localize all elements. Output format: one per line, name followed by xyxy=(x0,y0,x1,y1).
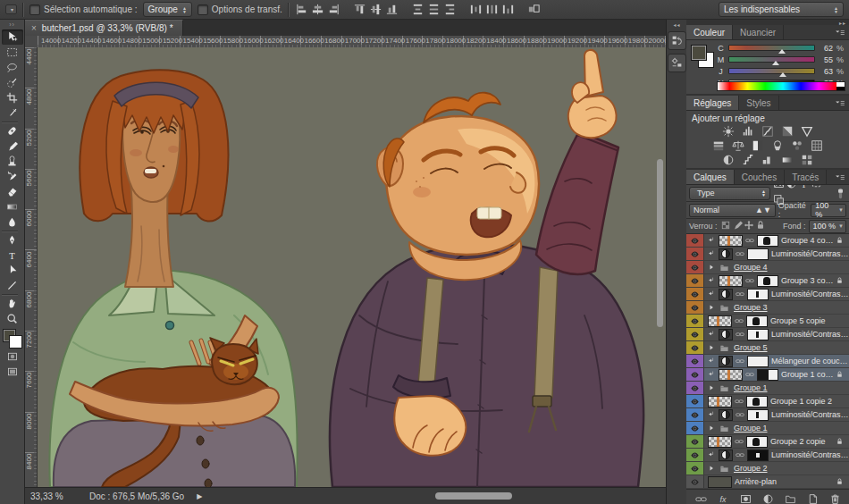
panel-menu-icon[interactable] xyxy=(833,172,847,182)
layer-name[interactable]: Groupe 2 xyxy=(734,464,768,473)
auto-select-target-dropdown[interactable]: Groupe ▲▼ xyxy=(143,2,192,17)
distribute-bottom-edges-icon[interactable] xyxy=(443,3,457,16)
crop-tool[interactable] xyxy=(2,90,23,105)
exposure-icon[interactable] xyxy=(781,125,794,139)
quick-selection-tool[interactable] xyxy=(2,75,23,90)
color-spectrum-ramp[interactable] xyxy=(717,81,845,91)
distribute-horizontal-centers-icon[interactable] xyxy=(485,3,499,16)
align-bottom-edges-icon[interactable] xyxy=(385,3,399,16)
layer-name[interactable]: Luminosité/Contraste 1 xyxy=(771,249,849,258)
layer-row[interactable]: Luminosité/Contraste 1 copie 4 xyxy=(686,449,849,462)
expand-triangle-icon[interactable] xyxy=(708,304,715,311)
layer-name[interactable]: Groupe 5 copie xyxy=(770,316,826,325)
visibility-eye-icon[interactable] xyxy=(686,248,704,260)
delete-layer-icon[interactable] xyxy=(828,492,842,504)
channel-slider[interactable] xyxy=(728,45,815,51)
layer-row[interactable]: Luminosité/Contraste 1 copie 5 xyxy=(686,408,849,422)
tab-couches[interactable]: Couches xyxy=(735,170,785,184)
tool-preset-picker[interactable]: ▾ xyxy=(5,4,17,14)
visibility-eye-icon[interactable] xyxy=(686,475,704,488)
new-layer-icon[interactable] xyxy=(805,492,820,504)
status-menu-arrow-icon[interactable]: ▶ xyxy=(197,492,202,500)
lock-all-icon[interactable] xyxy=(755,220,767,231)
layer-name[interactable]: Groupe 5 xyxy=(734,343,768,352)
mask-thumbnail[interactable] xyxy=(757,275,778,287)
layer-group-row[interactable]: Groupe 3 xyxy=(686,301,849,315)
layer-name[interactable]: Groupe 2 copie xyxy=(770,437,826,446)
type-tool[interactable]: T xyxy=(2,248,23,263)
background-color-swatch[interactable] xyxy=(9,335,22,349)
auto-align-layers-icon[interactable] xyxy=(527,3,541,16)
layer-row[interactable]: Groupe 3 copie xyxy=(686,274,849,288)
lock-position-icon[interactable] xyxy=(744,220,755,231)
layer-name[interactable]: Arrière-plan xyxy=(735,477,777,486)
link-layers-icon[interactable] xyxy=(693,492,708,504)
layer-group-row[interactable]: Groupe 1 xyxy=(686,422,849,435)
layer-row[interactable]: Groupe 1 copie xyxy=(686,368,849,382)
screen-mode-icon[interactable] xyxy=(2,364,23,379)
visibility-eye-icon[interactable] xyxy=(686,462,704,475)
layer-row[interactable]: Groupe 2 copie xyxy=(686,435,849,449)
line-tool[interactable] xyxy=(2,278,23,293)
vibrance-icon[interactable] xyxy=(801,125,814,139)
channel-value[interactable]: 62 xyxy=(819,44,833,53)
visibility-eye-icon[interactable] xyxy=(686,315,704,327)
visibility-eye-icon[interactable] xyxy=(686,355,704,367)
channel-slider[interactable] xyxy=(728,56,815,63)
adjustment-layer-icon[interactable] xyxy=(719,248,733,260)
visibility-eye-icon[interactable] xyxy=(686,395,704,407)
zoom-level-field[interactable]: 33,33 % xyxy=(30,491,71,501)
visibility-eye-icon[interactable] xyxy=(686,449,704,461)
distribute-vertical-centers-icon[interactable] xyxy=(427,3,441,16)
layer-name[interactable]: Mélangeur de couches 1 xyxy=(771,357,849,365)
tab-traces[interactable]: Tracés xyxy=(785,170,827,184)
layer-thumbnail[interactable] xyxy=(708,476,732,488)
layer-style-icon[interactable]: fx xyxy=(716,492,730,504)
path-selection-tool[interactable] xyxy=(2,263,23,278)
vertical-scrollbar[interactable] xyxy=(657,159,663,327)
tab-nuancier[interactable]: Nuancier xyxy=(733,25,784,39)
vertical-ruler[interactable]: 4400480052005600600064006800720076008000… xyxy=(25,47,38,487)
adjustment-layer-icon[interactable] xyxy=(719,449,733,461)
eyedropper-tool[interactable] xyxy=(2,105,23,121)
layer-row[interactable]: Arrière-plan xyxy=(686,475,849,489)
layer-row[interactable]: Luminosité/Contraste 1 copie 2 xyxy=(686,288,849,301)
tab-calques[interactable]: Calques xyxy=(686,170,735,184)
brightness-contrast-icon[interactable] xyxy=(722,125,736,139)
layer-name[interactable]: Groupe 3 copie xyxy=(781,276,836,285)
threshold-icon[interactable] xyxy=(761,154,775,167)
mask-thumbnail[interactable] xyxy=(757,369,778,381)
tab-styles[interactable]: Styles xyxy=(739,96,778,110)
ruler-corner[interactable] xyxy=(25,36,38,48)
layer-row[interactable]: Luminosité/Contraste 1 xyxy=(686,248,849,261)
layer-name[interactable]: Groupe 1 copie xyxy=(781,370,836,379)
history-brush-tool[interactable] xyxy=(2,169,23,184)
posterize-icon[interactable] xyxy=(742,154,755,167)
show-transform-checkbox[interactable]: Options de transf. xyxy=(198,4,282,15)
align-right-edges-icon[interactable] xyxy=(327,3,340,16)
layer-name[interactable]: Luminosité/Contraste 1 copie 4 xyxy=(771,450,849,459)
adjustment-layer-icon[interactable] xyxy=(719,409,733,421)
workspace-dropdown[interactable]: Les indispensables ▲▼ xyxy=(719,2,844,17)
black-white-icon[interactable] xyxy=(752,139,765,153)
visibility-eye-icon[interactable] xyxy=(686,435,704,448)
layer-thumbnail[interactable] xyxy=(708,315,732,327)
add-layer-mask-icon[interactable] xyxy=(738,492,752,504)
filter-toggle-icon[interactable] xyxy=(835,187,846,199)
color-lookup-icon[interactable] xyxy=(811,139,824,153)
layer-row[interactable]: Mélangeur de couches 1 xyxy=(686,355,849,368)
brush-tool[interactable] xyxy=(2,139,23,154)
opacity-field[interactable]: 100 % ▼ xyxy=(811,204,846,217)
visibility-eye-icon[interactable] xyxy=(686,368,704,381)
distribute-right-edges-icon[interactable] xyxy=(501,3,515,16)
visibility-eye-icon[interactable] xyxy=(686,234,704,247)
align-vertical-centers-icon[interactable] xyxy=(369,3,382,16)
align-top-edges-icon[interactable] xyxy=(353,3,366,16)
mask-thumbnail[interactable] xyxy=(747,449,769,461)
channel-value[interactable]: 63 xyxy=(819,67,833,76)
align-left-edges-icon[interactable] xyxy=(295,3,308,16)
layer-name[interactable]: Luminosité/Contraste 1 copie 3 xyxy=(771,330,849,339)
visibility-eye-icon[interactable] xyxy=(686,301,704,314)
document-tab[interactable]: × butcher1.psd @ 33,3% (RVB/8) * xyxy=(25,20,183,36)
adjustment-layer-icon[interactable] xyxy=(719,356,733,367)
